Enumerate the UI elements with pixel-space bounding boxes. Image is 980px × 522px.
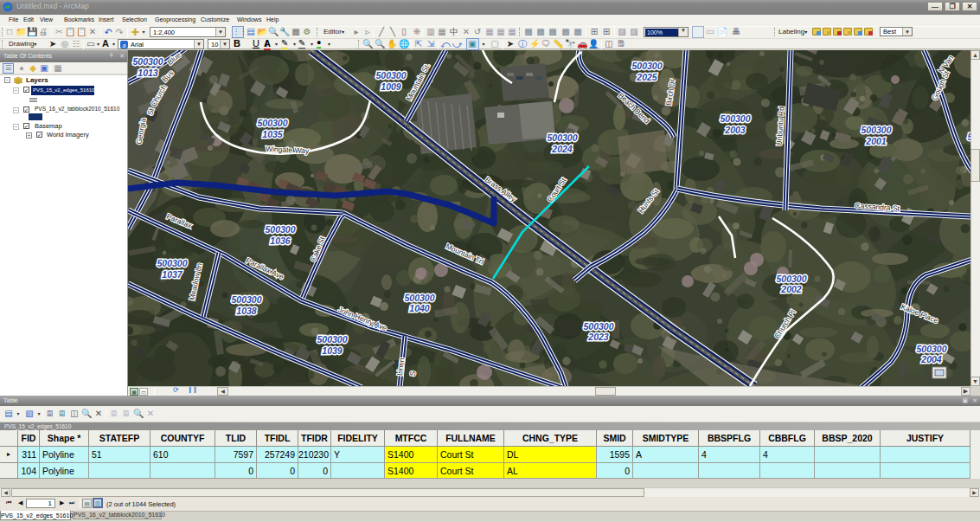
svg-text:1035: 1035 (262, 129, 283, 139)
svg-text:500300: 500300 (132, 56, 163, 67)
svg-text:2001: 2001 (865, 136, 887, 146)
svg-text:1040: 1040 (409, 303, 430, 313)
svg-text:1038: 1038 (236, 306, 257, 316)
svg-text:500300: 500300 (265, 224, 295, 235)
svg-text:500300: 500300 (375, 70, 406, 81)
svg-text:2023: 2023 (587, 332, 609, 342)
svg-text:500300: 500300 (257, 118, 287, 128)
svg-text:2024: 2024 (551, 144, 573, 154)
svg-text:2025: 2025 (636, 72, 657, 82)
svg-text:500300: 500300 (317, 334, 347, 345)
svg-text:500300: 500300 (157, 258, 187, 268)
svg-text:2003: 2003 (724, 125, 746, 135)
svg-text:1037: 1037 (162, 269, 183, 280)
svg-text:1013: 1013 (138, 68, 158, 78)
svg-text:500300: 500300 (776, 274, 806, 284)
svg-text:500300: 500300 (231, 294, 261, 305)
svg-text:500300: 500300 (861, 125, 891, 135)
svg-text:500300: 500300 (720, 113, 750, 124)
svg-text:500300: 500300 (547, 132, 577, 143)
svg-text:2004: 2004 (920, 354, 942, 364)
svg-text:1009: 1009 (381, 81, 401, 92)
svg-text:1039: 1039 (322, 345, 343, 356)
svg-text:500300: 500300 (631, 61, 662, 71)
svg-text:500300: 500300 (404, 293, 434, 303)
svg-text:500300: 500300 (583, 321, 613, 332)
svg-text:500300: 500300 (916, 344, 946, 354)
svg-text:2002: 2002 (780, 284, 802, 294)
svg-text:1036: 1036 (270, 235, 291, 246)
